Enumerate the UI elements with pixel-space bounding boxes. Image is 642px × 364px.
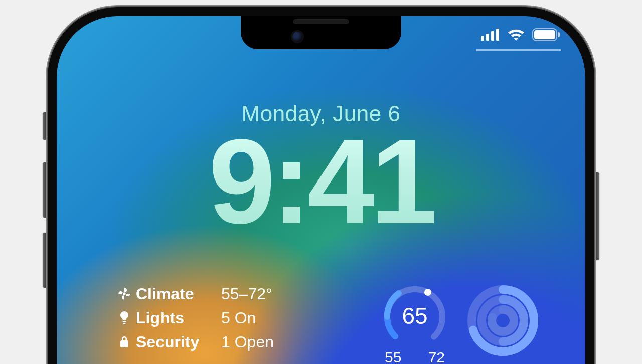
home-value: 1 Open (221, 330, 274, 354)
svg-rect-3 (496, 29, 499, 41)
home-label: Climate (136, 282, 221, 306)
ring-silent-switch[interactable] (43, 112, 48, 140)
svg-rect-5 (534, 30, 555, 39)
front-camera-icon (291, 30, 304, 43)
status-bar-underline (476, 49, 561, 51)
home-row-climate: Climate 55–72° (117, 282, 274, 306)
activity-rings-widget[interactable] (460, 282, 545, 359)
iphone-device: Monday, June 6 9:41 (48, 7, 594, 364)
svg-rect-1 (486, 34, 489, 41)
lock-icon (117, 335, 132, 349)
svg-rect-6 (558, 32, 560, 37)
home-row-security: Security 1 Open (117, 330, 274, 354)
volume-down-button[interactable] (43, 233, 48, 288)
weather-gauge-widget[interactable]: 65 55 72 (370, 282, 460, 364)
cellular-signal-icon (481, 29, 500, 41)
svg-rect-10 (120, 340, 128, 347)
lockscreen-time[interactable]: 9:41 (57, 121, 585, 242)
home-label: Lights (136, 306, 221, 330)
home-value: 55–72° (221, 282, 274, 306)
fan-icon (117, 287, 132, 301)
gauge-current-temp: 65 (402, 303, 427, 329)
svg-rect-9 (123, 323, 126, 324)
home-value: 5 On (221, 306, 274, 330)
wifi-icon (507, 28, 525, 41)
status-bar (481, 28, 560, 41)
svg-rect-2 (491, 31, 494, 41)
gauge-high-temp: 72 (428, 349, 445, 364)
side-power-button[interactable] (594, 172, 599, 260)
svg-rect-0 (481, 36, 484, 41)
lock-screen[interactable]: Monday, June 6 9:41 (57, 16, 585, 364)
home-row-lights: Lights 5 On (117, 306, 274, 330)
display-notch (241, 16, 401, 49)
bulb-icon (117, 311, 132, 325)
battery-icon (532, 28, 560, 41)
home-label: Security (136, 330, 221, 354)
home-summary-widget[interactable]: Climate 55–72° Lights 5 On (117, 282, 274, 354)
earpiece-speaker (293, 19, 349, 24)
svg-point-12 (424, 289, 431, 296)
lockscreen-widgets-row: Climate 55–72° Lights 5 On (117, 282, 545, 364)
svg-rect-8 (123, 321, 126, 322)
gauge-low-temp: 55 (385, 349, 401, 364)
device-frame: Monday, June 6 9:41 (48, 7, 594, 364)
svg-point-7 (123, 292, 125, 295)
volume-up-button[interactable] (43, 162, 48, 218)
